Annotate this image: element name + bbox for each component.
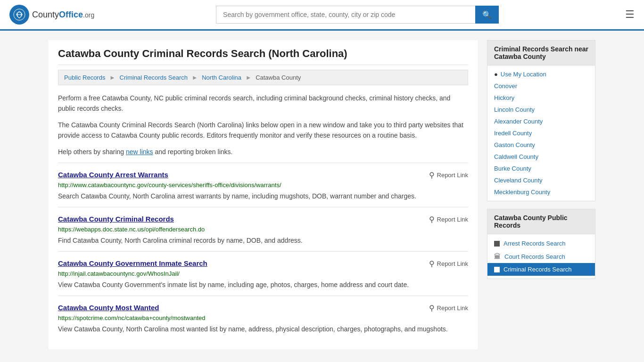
report-link-1[interactable]: ⚲ Report Link	[429, 215, 468, 224]
public-records-box: Catawba County Public Records Arrest Rec…	[487, 209, 595, 279]
record-desc-2: View Catawba County Government's inmate …	[58, 280, 468, 290]
logo-icon	[9, 5, 29, 25]
search-button[interactable]: 🔍	[475, 6, 499, 24]
nearby-link-4[interactable]: Iredell County	[494, 130, 532, 137]
record-icon-square-0	[494, 241, 500, 247]
nearby-item-9[interactable]: Mecklenburg County	[487, 186, 595, 198]
nearby-item-2[interactable]: Lincoln County	[487, 104, 595, 115]
report-icon-2: ⚲	[429, 259, 435, 268]
breadcrumb-criminal-records-search[interactable]: Criminal Records Search	[120, 74, 188, 81]
nearby-link-9[interactable]: Mecklenburg County	[494, 189, 550, 196]
search-input[interactable]	[216, 6, 475, 24]
nearby-item-4[interactable]: Iredell County	[487, 127, 595, 139]
record-item: Catawba County Arrest Warrants ⚲ Report …	[58, 163, 468, 207]
nearby-list: ● Use My Location ConoverHickoryLincoln …	[487, 66, 595, 201]
nearby-link-2[interactable]: Lincoln County	[494, 106, 535, 113]
record-url-3[interactable]: https://spotcrime.com/nc/catawba+county/…	[58, 314, 468, 321]
record-desc-3: View Catawba County, North Carolina most…	[58, 324, 468, 334]
nearby-item-5[interactable]: Gaston County	[487, 139, 595, 151]
description-1: Perform a free Catawba County, NC public…	[58, 93, 468, 114]
use-my-location-link[interactable]: Use My Location	[501, 71, 546, 78]
records-container: Catawba County Arrest Warrants ⚲ Report …	[58, 163, 468, 340]
report-icon-1: ⚲	[429, 215, 435, 224]
nearby-box: Criminal Records Search near Catawba Cou…	[487, 40, 595, 201]
nearby-link-3[interactable]: Alexander County	[494, 118, 543, 125]
record-item: Catawba County Government Inmate Search …	[58, 251, 468, 296]
public-records-header: Catawba County Public Records	[487, 209, 595, 234]
nearby-link-5[interactable]: Gaston County	[494, 141, 535, 148]
nearby-item-7[interactable]: Burke County	[487, 163, 595, 174]
nearby-item-0[interactable]: Conover	[487, 80, 595, 92]
nearby-item-6[interactable]: Caldwell County	[487, 151, 595, 163]
report-label-2: Report Link	[437, 260, 468, 267]
record-title-0[interactable]: Catawba County Arrest Warrants	[58, 171, 168, 179]
nearby-link-0[interactable]: Conover	[494, 82, 517, 90]
public-record-link-1[interactable]: Court Records Search	[504, 253, 565, 260]
nearby-link-8[interactable]: Cleveland County	[494, 177, 543, 184]
public-record-link-2[interactable]: Criminal Records Search	[504, 266, 572, 273]
logo[interactable]: CountyOffice.org	[9, 5, 94, 25]
nearby-link-7[interactable]: Burke County	[494, 165, 531, 172]
breadcrumb: Public Records ► Criminal Records Search…	[58, 70, 468, 85]
nearby-items-container: ConoverHickoryLincoln CountyAlexander Co…	[487, 80, 595, 198]
nearby-item-3[interactable]: Alexander County	[487, 115, 595, 127]
nearby-link-1[interactable]: Hickory	[494, 94, 514, 101]
report-link-0[interactable]: ⚲ Report Link	[429, 171, 468, 180]
menu-button[interactable]: ☰	[625, 8, 635, 21]
breadcrumb-north-carolina[interactable]: North Carolina	[202, 74, 241, 81]
breadcrumb-catawba-county: Catawba County	[256, 74, 301, 81]
main-content: Catawba County Criminal Records Search (…	[49, 40, 478, 349]
record-desc-1: Find Catawba County, North Carolina crim…	[58, 236, 468, 246]
record-url-0[interactable]: http://www.catawbacountync.gov/county-se…	[58, 181, 468, 189]
record-icon-building-1: 🏛	[494, 253, 501, 260]
report-label-0: Report Link	[437, 172, 468, 179]
record-url-1[interactable]: https://webapps.doc.state.nc.us/opi/offe…	[58, 226, 468, 233]
breadcrumb-public-records[interactable]: Public Records	[64, 74, 105, 81]
page-title: Catawba County Criminal Records Search (…	[58, 40, 468, 65]
record-desc-0: Search Catawba County, North Carolina ar…	[58, 191, 468, 201]
site-header: CountyOffice.org 🔍 ☰	[0, 0, 644, 31]
main-container: Catawba County Criminal Records Search (…	[39, 31, 605, 359]
nearby-item-1[interactable]: Hickory	[487, 92, 595, 104]
record-item: Catawba County Most Wanted ⚲ Report Link…	[58, 296, 468, 340]
use-my-location[interactable]: ● Use My Location	[487, 68, 595, 80]
public-record-item-1[interactable]: 🏛Court Records Search	[487, 250, 595, 263]
nearby-header: Criminal Records Search near Catawba Cou…	[487, 41, 595, 66]
public-records-list: Arrest Records Search🏛Court Records Sear…	[487, 234, 595, 279]
public-record-item-0[interactable]: Arrest Records Search	[487, 237, 595, 250]
description-2: The Catawba County Criminal Records Sear…	[58, 120, 468, 141]
search-area: 🔍	[216, 6, 499, 24]
record-url-2[interactable]: http://injail.catawbacountync.gov/WhosIn…	[58, 270, 468, 277]
public-record-item-2[interactable]: Criminal Records Search	[487, 263, 595, 276]
sidebar: Criminal Records Search near Catawba Cou…	[487, 40, 595, 349]
report-link-3[interactable]: ⚲ Report Link	[429, 304, 468, 313]
location-icon: ●	[494, 71, 498, 78]
record-title-1[interactable]: Catawba County Criminal Records	[58, 215, 174, 223]
nearby-link-6[interactable]: Caldwell County	[494, 153, 538, 160]
record-title-2[interactable]: Catawba County Government Inmate Search	[58, 259, 207, 267]
report-icon-0: ⚲	[429, 171, 435, 180]
nearby-item-8[interactable]: Cleveland County	[487, 174, 595, 186]
logo-text: CountyOffice.org	[32, 10, 94, 20]
report-link-2[interactable]: ⚲ Report Link	[429, 259, 468, 268]
record-item: Catawba County Criminal Records ⚲ Report…	[58, 207, 468, 251]
public-record-link-0[interactable]: Arrest Records Search	[504, 240, 566, 247]
new-links-link[interactable]: new links	[126, 148, 153, 156]
description-3: Help others by sharing new links and rep…	[58, 147, 468, 157]
record-icon-square-2	[494, 267, 500, 272]
report-label-1: Report Link	[437, 216, 468, 223]
report-icon-3: ⚲	[429, 304, 435, 313]
public-records-container: Arrest Records Search🏛Court Records Sear…	[487, 237, 595, 276]
report-label-3: Report Link	[437, 304, 468, 312]
record-title-3[interactable]: Catawba County Most Wanted	[58, 304, 159, 312]
